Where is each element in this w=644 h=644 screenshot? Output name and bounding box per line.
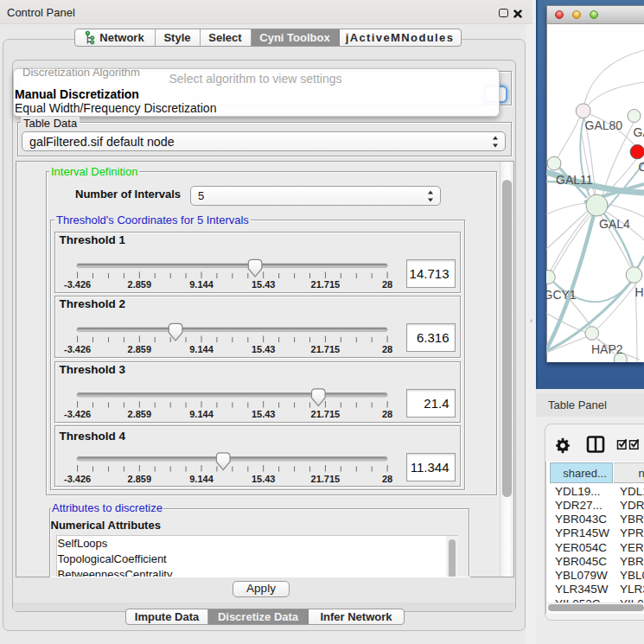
svg-text:GAL80: GAL80 [585, 118, 623, 132]
svg-text:O: O [639, 160, 644, 174]
svg-text:HAP2: HAP2 [591, 342, 623, 356]
svg-text:GAL4: GAL4 [599, 217, 630, 231]
svg-text:GA: GA [634, 125, 644, 139]
svg-text:H: H [635, 285, 644, 299]
svg-text:GCY1: GCY1 [546, 288, 577, 302]
svg-text:GAL11: GAL11 [556, 173, 593, 187]
